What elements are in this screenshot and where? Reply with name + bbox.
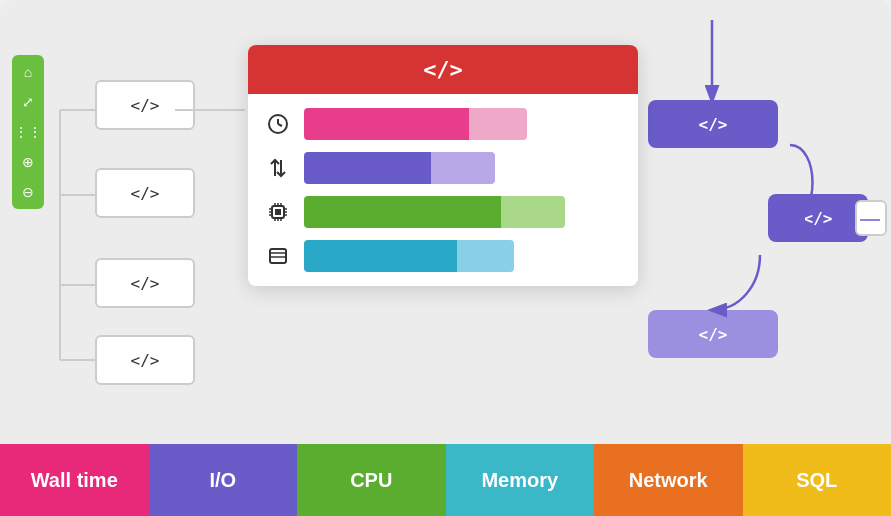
minus-icon[interactable]: ⊖ — [15, 179, 41, 205]
main-container: ⌂ ⤢ ⋮⋮ ⊕ ⊖ </> </> </> </> </> — [0, 0, 891, 516]
sidebar-toolbar: ⌂ ⤢ ⋮⋮ ⊕ ⊖ — [12, 55, 44, 209]
metric-memory — [264, 240, 622, 272]
bar-io — [304, 152, 622, 184]
metric-cpu — [264, 196, 622, 228]
resize-icon[interactable]: ⤢ — [15, 89, 41, 115]
database-icon — [264, 242, 292, 270]
tab-wall-time[interactable]: Wall time — [0, 444, 149, 516]
flow-node-mid[interactable]: </> — [768, 194, 868, 242]
tab-sql[interactable]: SQL — [743, 444, 892, 516]
clock-icon — [264, 110, 292, 138]
popup-card: </> — [248, 45, 638, 286]
right-stub — [855, 200, 887, 236]
svg-line-11 — [278, 124, 282, 126]
flow-node-top[interactable]: </> — [648, 100, 778, 148]
flow-node-bot[interactable]: </> — [648, 310, 778, 358]
grid-icon[interactable]: ⋮⋮ — [15, 119, 41, 145]
metric-wall-time — [264, 108, 622, 140]
popup-header: </> — [248, 45, 638, 94]
bottom-tabs: Wall time I/O CPU Memory Network SQL — [0, 444, 891, 516]
metric-io — [264, 152, 622, 184]
tab-io[interactable]: I/O — [149, 444, 298, 516]
node-top-left[interactable]: </> — [95, 80, 195, 130]
node-bot-left-1[interactable]: </> — [95, 258, 195, 308]
svg-rect-28 — [270, 249, 286, 263]
tab-cpu[interactable]: CPU — [297, 444, 446, 516]
plus-icon[interactable]: ⊕ — [15, 149, 41, 175]
svg-rect-15 — [275, 209, 281, 215]
bar-memory — [304, 240, 622, 272]
node-bot-left-2[interactable]: </> — [95, 335, 195, 385]
tab-memory[interactable]: Memory — [446, 444, 595, 516]
bar-cpu — [304, 196, 622, 228]
arrows-updown-icon — [264, 154, 292, 182]
home-icon[interactable]: ⌂ — [15, 59, 41, 85]
node-mid-left[interactable]: </> — [95, 168, 195, 218]
popup-body — [248, 94, 638, 286]
bar-wall-time — [304, 108, 622, 140]
diagram-area: ⌂ ⤢ ⋮⋮ ⊕ ⊖ </> </> </> </> </> — [0, 0, 891, 444]
cpu-chip-icon — [264, 198, 292, 226]
tab-network[interactable]: Network — [594, 444, 743, 516]
